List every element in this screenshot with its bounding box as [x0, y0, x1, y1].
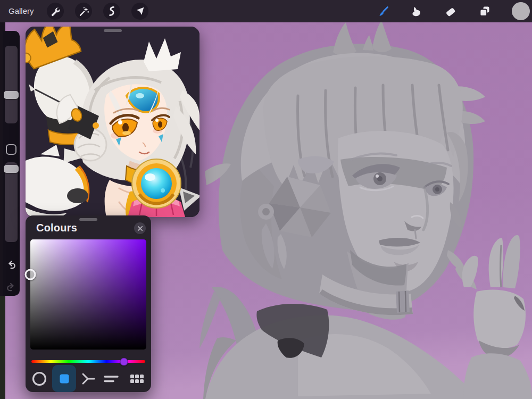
- eraser-icon: [443, 5, 457, 19]
- opacity-slider[interactable]: [5, 162, 18, 242]
- reference-artwork: [26, 27, 200, 217]
- harmony-fork-icon: [80, 370, 98, 388]
- adjustments-button[interactable]: [75, 3, 92, 20]
- brush-size-handle[interactable]: [4, 91, 19, 99]
- selection-button[interactable]: [103, 3, 120, 20]
- colours-panel[interactable]: Colours: [26, 215, 151, 392]
- redo-arrow-icon: [5, 281, 17, 293]
- reference-window[interactable]: [26, 27, 200, 217]
- sidebar-toolbar: [3, 31, 20, 296]
- colours-title: Colours: [36, 222, 77, 234]
- colours-drag-handle[interactable]: [79, 218, 97, 221]
- layers-button[interactable]: [477, 4, 492, 19]
- selection-s-icon: [106, 5, 118, 17]
- mode-disc-button[interactable]: [27, 365, 51, 392]
- saturation-brightness-picker[interactable]: [30, 239, 146, 350]
- mode-palettes-button[interactable]: [124, 365, 148, 392]
- undo-arrow-icon: [5, 259, 17, 271]
- mode-harmony-button[interactable]: [77, 365, 101, 392]
- picker-selector[interactable]: [25, 269, 36, 280]
- paintbrush-icon: [376, 5, 390, 19]
- gallery-button[interactable]: Gallery: [9, 0, 34, 22]
- mode-value-button[interactable]: [99, 365, 123, 392]
- mode-classic-button[interactable]: [52, 365, 76, 392]
- hue-slider[interactable]: [31, 360, 145, 363]
- redo-button[interactable]: [5, 281, 18, 294]
- colours-close-button[interactable]: [134, 222, 146, 234]
- top-toolbar: Gallery: [0, 0, 532, 22]
- transform-button[interactable]: [131, 3, 148, 20]
- classic-square-icon: [55, 370, 73, 388]
- undo-button[interactable]: [5, 259, 18, 271]
- color-swatch-button[interactable]: [512, 2, 530, 20]
- disc-ring-icon: [30, 370, 48, 388]
- magic-wand-icon: [78, 5, 89, 17]
- paint-tool-button[interactable]: [376, 4, 390, 19]
- value-sliders-icon: [102, 370, 120, 388]
- layers-icon: [478, 5, 492, 19]
- hue-handle[interactable]: [120, 358, 128, 365]
- modify-button[interactable]: [6, 144, 16, 155]
- smudge-finger-icon: [410, 5, 423, 19]
- actions-button[interactable]: [47, 3, 64, 20]
- palettes-grid-icon: [128, 370, 146, 388]
- arrow-cursor-icon: [134, 5, 146, 17]
- close-x-icon: [137, 226, 143, 231]
- brush-size-slider[interactable]: [5, 46, 18, 123]
- reference-drag-handle[interactable]: [104, 29, 122, 32]
- smudge-tool-button[interactable]: [409, 4, 424, 19]
- opacity-handle[interactable]: [4, 165, 19, 173]
- wrench-icon: [49, 5, 61, 17]
- eraser-tool-button[interactable]: [443, 4, 458, 19]
